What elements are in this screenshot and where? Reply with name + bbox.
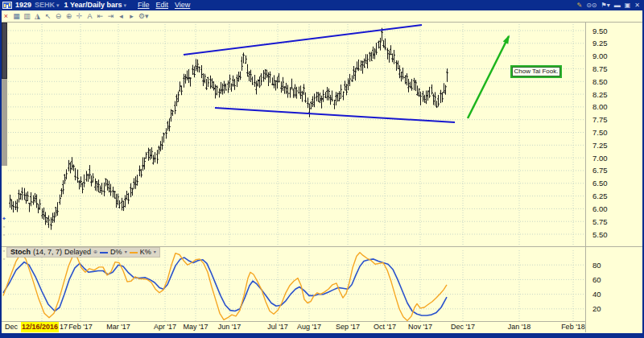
link-charts-icon[interactable]: ⊙⊙ [586, 0, 597, 10]
axis-labels: 9.509.259.008.758.508.258.007.757.507.25… [592, 27, 608, 314]
x-label-month: Oct '17 [374, 322, 396, 332]
x-label-month: Jul '17 [267, 322, 288, 332]
price-axis-tick: 6.75 [592, 166, 608, 175]
chart-window: 1929 SEHK ▾ 1 Year/Daily bars ▾ File Edi… [0, 0, 644, 338]
lower-trendline[interactable] [215, 108, 455, 122]
breakout-arrow[interactable] [468, 36, 509, 118]
d-line-label[interactable]: D% [110, 248, 122, 257]
tools-dropdown-icon[interactable]: ⚙▾ [138, 11, 149, 21]
vertical-scrollbar[interactable] [2, 23, 7, 166]
crosshair-icon[interactable]: ✛ [76, 11, 83, 21]
zoom-in-icon[interactable]: ⊕ [65, 11, 72, 21]
period-dropdown-icon[interactable]: ▾ [123, 0, 126, 10]
toolbar: ×▦▥◮↖⊖⊕✛A⇤⇥◂▸⚙▾ [0, 10, 644, 22]
close-icon[interactable]: ✕ [634, 0, 640, 10]
breakout-arrow-head [503, 35, 510, 43]
window-border-left [0, 0, 2, 338]
price-axis-tick: 9.25 [592, 39, 608, 47]
price-axis-tick: 6.00 [592, 204, 608, 213]
new-chart-icon[interactable]: ▦ [13, 11, 20, 21]
stoch-indicator-header: Stoch (14, 7, 7) Delayed ⊕ D% ▾ K% ▾ [6, 247, 160, 258]
menu-edit[interactable]: Edit [155, 0, 168, 10]
lock-scale-icon[interactable]: ▫ [1, 224, 7, 230]
stoch-k-line [3, 253, 447, 321]
x-label-month: Nov '17 [408, 322, 432, 332]
price-axis-tick: 7.75 [592, 115, 608, 124]
price-axis-tick: 6.25 [592, 192, 608, 200]
stoch-axis-tick: 20 [592, 304, 601, 313]
period-label[interactable]: 1 Year/Daily bars [64, 0, 122, 10]
x-label-dec16: Dec [5, 322, 18, 332]
stoch-axis-tick: 40 [592, 290, 601, 299]
price-axis-tick: 7.25 [592, 141, 608, 150]
exchange-label[interactable]: SEHK [35, 0, 55, 10]
price-axis-tick: 7.50 [592, 128, 608, 137]
d-line-swatch [100, 252, 108, 254]
stoch-delayed-label: Delayed [64, 248, 91, 257]
k-line-label[interactable]: K% [140, 248, 151, 257]
stochastic-lines [3, 253, 447, 321]
pointer-icon[interactable]: ↖ [44, 11, 52, 21]
price-axis-tick: 6.50 [592, 179, 608, 188]
scrollbar-thumb[interactable] [2, 23, 7, 79]
step-forward-icon[interactable]: ▸ [128, 11, 135, 21]
x-label-month: Jun '17 [218, 322, 242, 332]
title-bar: 1929 SEHK ▾ 1 Year/Daily bars ▾ File Edi… [0, 0, 644, 10]
zoom-out-icon[interactable]: ⊖ [55, 11, 62, 21]
stoch-settings-icon[interactable]: ⊕ [93, 248, 97, 257]
x-label-month: Dec '17 [451, 322, 475, 332]
upper-trendline[interactable] [184, 25, 422, 55]
area-chart-icon[interactable]: ◮ [34, 11, 41, 21]
x-label-month: Jan '18 [508, 322, 531, 332]
window-controls: ✎⊙⊙⚑▾▬▣✕ [576, 0, 644, 10]
d-line-dropdown-icon[interactable]: ▾ [125, 248, 127, 257]
panel-option-icon[interactable]: ▫ [1, 232, 7, 238]
price-axis-tick: 8.50 [592, 77, 608, 86]
price-axis-tick: 8.00 [592, 102, 608, 111]
volume-panel-icon[interactable]: ▥ [23, 11, 31, 21]
stoch-name[interactable]: Stoch [10, 248, 31, 257]
x-label-jan17-remnant: 17 [60, 322, 68, 332]
stoch-d-line [3, 258, 447, 315]
x-label-month: Feb '17 [68, 322, 93, 332]
app-icon [2, 2, 12, 9]
stoch-params[interactable]: (14, 7, 7) [33, 248, 62, 257]
stoch-axis-tick: 80 [592, 261, 601, 270]
x-label-month: Sep '17 [336, 322, 360, 332]
draw-pencil-icon[interactable]: ✎ [576, 0, 582, 10]
price-axis-tick: 8.75 [592, 64, 608, 73]
price-axis-tick: 5.50 [592, 230, 608, 239]
x-axis: Dec 12/16/2016 17 Feb '17Mar '17Apr '17M… [0, 322, 644, 332]
exchange-dropdown-icon[interactable]: ▾ [56, 0, 60, 10]
step-back-icon[interactable]: ◂ [118, 11, 125, 21]
jump-end-icon[interactable]: ⇥ [107, 11, 114, 21]
maximize-icon[interactable]: ▣ [625, 0, 631, 10]
price-axis-tick: 7.00 [592, 154, 608, 163]
ohlc-bars [9, 28, 448, 230]
window-border-bottom [0, 333, 644, 338]
close-chart-icon[interactable]: × [2, 11, 10, 21]
pin-icon[interactable]: ⚑▾ [601, 0, 610, 10]
k-line-dropdown-icon[interactable]: ▾ [154, 248, 156, 257]
restore-scale-icon[interactable]: ✦ [1, 216, 7, 222]
jump-start-icon[interactable]: ⇤ [97, 11, 104, 21]
menu-view[interactable]: View [175, 0, 190, 10]
trendline-drawings[interactable] [184, 25, 510, 122]
x-label-month: May '17 [183, 322, 208, 332]
symbol-label[interactable]: 1929 [15, 0, 31, 10]
menu-file[interactable]: File [138, 0, 150, 10]
minimize-icon[interactable]: ▬ [614, 0, 621, 10]
chart-annotation-label[interactable]: Chow Tai Fook. [510, 65, 562, 78]
price-axis-tick: 9.50 [592, 27, 608, 35]
x-label-month: Aug '17 [297, 322, 321, 332]
k-line-swatch [130, 252, 138, 254]
highlighted-date[interactable]: 12/16/2016 [21, 322, 59, 332]
stoch-axis-tick: 60 [592, 275, 601, 284]
price-axis-tick: 9.00 [592, 52, 608, 60]
x-label-month: Feb '18 [561, 322, 585, 332]
x-label-month: Mar '17 [106, 322, 130, 332]
x-label-month: Apr '17 [154, 322, 176, 332]
price-axis-tick: 5.75 [592, 217, 608, 226]
text-annotation-icon[interactable]: A [86, 11, 93, 21]
price-axis-tick: 8.25 [592, 90, 608, 99]
